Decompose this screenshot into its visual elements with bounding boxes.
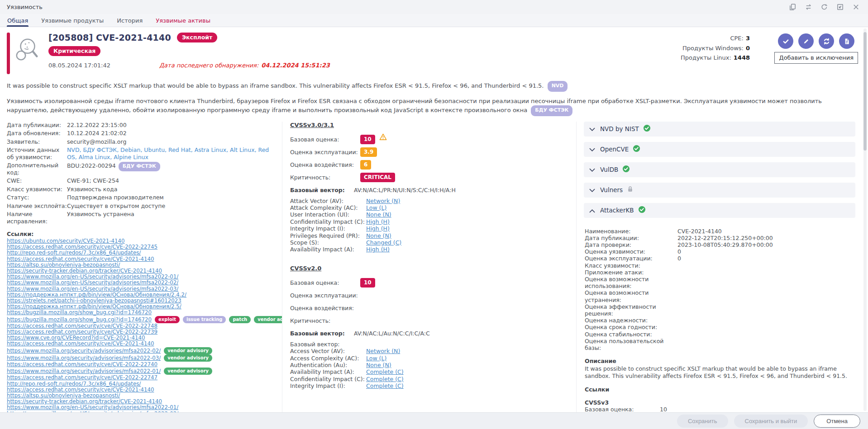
detail-value-text: 22.12.2022 23:15:00 [67,122,127,128]
reference-link[interactable]: https://www.mozilla.org/en-US/security/a… [7,404,178,410]
references-list: https://ubuntu.com/security/CVE-2021-414… [7,238,277,412]
reference-link[interactable]: http://repo.red-soft.ru/redos/7.3c/x86_6… [7,381,141,387]
source-panel-label: VulDB [600,166,618,173]
reference-link[interactable]: https://access.redhat.com/security/cve/C… [7,256,154,262]
reference-link[interactable]: https://ubuntu.com/security/CVE-2021-414… [7,238,125,244]
reference-link[interactable]: https://www.mozilla.org/en-US/security/a… [7,279,178,286]
detail-source-links[interactable]: NVD, БДУ ФСТЭК, Debian, Ubuntu, Red Hat,… [67,146,269,160]
cvss-score-row: Оценка эксплуатации: [290,289,576,302]
cvss2-section: CVSSv2.0Базовая оценка:10Оценка эксплуат… [290,265,576,390]
reference-link[interactable]: https://www.cve.org/CVERecord?id=CVE-202… [7,335,145,341]
nvd-source-badge: NVD [548,81,568,92]
created-datetime: 08.05.2024 17:01:42 [48,62,110,69]
tab-1[interactable]: Уязвимые продукты [41,14,104,27]
sync-icon [822,37,831,46]
reference-link[interactable]: https://www.mozilla.org/security/advisor… [7,355,161,361]
reference-link[interactable]: https://www.mozilla.org/en-US/security/a… [7,273,178,280]
cvss-metric-row: Confidentiality Impact (C):Complete (C) [290,376,576,382]
cvss-metric-value-link[interactable]: None (N) [366,232,391,239]
attackerkb-row: Оценка уязвимости:0 [585,248,855,255]
reference-link-row: https://www.mozilla.org/security/advisor… [7,354,277,362]
reference-link[interactable]: https://access.redhat.com/security/cve/C… [7,244,157,250]
detail-label: Наличие исправления: [7,211,67,225]
reference-link[interactable]: https://access.redhat.com/security/cve/C… [7,340,154,347]
stat-label: CPE: [730,35,744,42]
cvss-metric-value-link[interactable]: Changed (C) [366,239,401,246]
reference-link[interactable]: https://strelets.net/patchi-i-obnovleniy… [7,297,181,304]
reference-link[interactable]: https://security-tracker.debian.org/trac… [7,398,162,405]
reference-link[interactable]: https://www.mozilla.org/security/advisor… [7,348,161,354]
document-icon [843,38,851,45]
reference-link[interactable]: https://access.redhat.com/security/cve/C… [7,374,157,381]
reference-link-row: https://www.mozilla.org/security/advisor… [7,368,277,375]
cvss-metric-value-link[interactable]: Low (L) [366,204,386,211]
source-panel-nvd-by-nist[interactable]: NVD by NIST [584,122,855,137]
link-badge-issue-tracking: issue tracking [183,316,226,323]
cvss-metric-value-link[interactable]: High (H) [366,246,390,253]
cvss-metric-value-link[interactable]: Complete (C) [366,376,404,382]
cvss-metric-value-link[interactable]: None (N) [366,362,391,368]
cvss-metric-value-link[interactable]: High (H) [366,218,390,225]
cvss-metric-value-link[interactable]: High (H) [366,225,390,232]
approve-button[interactable] [778,33,793,49]
cvss-metric-value-link[interactable]: Complete (C) [366,368,404,375]
cancel-button[interactable]: Отмена [814,415,860,428]
reference-link[interactable]: https://access.redhat.com/security/cve/C… [7,323,157,329]
source-panel-vuldb[interactable]: VulDB [584,162,855,177]
source-panel-attackerkb[interactable]: AttackerKB [584,203,855,218]
external-sources-column: NVD by NISTOpenCVEVulDBVulnersAttackerKB… [576,122,861,413]
scrollbar-thumb[interactable] [863,32,867,151]
cvss-metric-value-link[interactable]: Low (L) [366,355,386,362]
scrollbar-track[interactable] [863,28,867,411]
edit-button[interactable] [798,33,814,49]
detail-value-text: security@mozilla.org [67,138,126,145]
reference-link[interactable]: https://altsp.su/obnovleniya-bezopasnost… [7,262,120,268]
reference-link[interactable]: https://security-tracker.debian.org/trac… [7,268,162,274]
detail-value: 10.12.2024 21:02:02 [67,130,277,137]
reference-link[interactable]: https://access.redhat.com/security/cve/C… [7,387,154,393]
cvss-metric-value-link[interactable]: Network (N) [366,198,400,204]
save-button[interactable]: Сохранить [677,415,728,428]
detail-value: Существует в открытом доступе [67,203,277,210]
reference-link[interactable]: https://www.mozilla.org/en-US/security/a… [7,286,178,292]
cvss-metric-row: Attack Vector (AV):Network (N) [290,198,576,204]
restore-window-icon[interactable] [836,3,844,11]
reference-link[interactable]: https://access.redhat.com/security/cve/C… [7,329,157,335]
tab-3[interactable]: Уязвимые активы [155,14,211,27]
last-detection-label: Дата последнего обнаружения: [159,62,258,69]
tab-2[interactable]: История [116,14,143,27]
tab-0[interactable]: Общая [7,14,29,27]
reference-link[interactable]: https://www.mozilla.org/security/advisor… [7,368,161,374]
reference-link[interactable]: https://bugzilla.mozilla.org/show_bug.cg… [7,316,152,323]
content-area: [205808] CVE-2021-4140 Эксплойт Критичес… [0,27,868,412]
tab-label: История [117,17,143,24]
cvss-metric-value-link[interactable]: Complete (C) [366,382,404,389]
reference-link[interactable]: https://bugzilla.mozilla.org/show_bug.cg… [7,309,152,316]
cvss-score-row: Оценка воздействия:6 [290,159,576,171]
cvss-metric-value-link[interactable]: None (N) [366,211,391,218]
report-button[interactable] [839,33,854,49]
reference-link[interactable]: https://access.redhat.com/security/cve/C… [7,361,157,368]
cvss-metric-value-link[interactable]: Network (N) [366,348,400,354]
reference-link[interactable]: https://поддержка.нппкт.рф/bin/view/ОСно… [7,303,181,310]
close-icon[interactable] [852,3,860,11]
reference-link[interactable]: http://repo.red-soft.ru/redos/7.3c/x86_6… [7,250,141,256]
source-panel-vulners[interactable]: Vulners [584,183,855,198]
attackerkb-row: Дата проверки:2023-10-08T05:40:29.870+00… [585,241,855,248]
sync-button[interactable] [819,33,834,49]
product-stats: CPE:3Продукты Windows:0Продукты Linux:14… [681,33,750,63]
cvss-column: CVSSv3.0/3.1Базовая оценка:10Оценка эксп… [282,122,576,413]
refresh-icon[interactable] [820,3,828,11]
attackerkb-row-label: Класс уязвимости: [585,262,677,269]
cvss-metric-row: Integrity Impact (I):Complete (C) [290,382,576,389]
reference-link[interactable]: https://altsp.su/obnovleniya-bezopasnost… [7,392,120,399]
reference-link[interactable]: https://поддержка.нппкт.рф/bin/view/ОСно… [7,292,186,298]
stat-label: Продукты Linux: [681,54,731,61]
header-main: [205808] CVE-2021-4140 Эксплойт Критичес… [48,33,330,69]
save-and-exit-button[interactable]: Сохранить и выйти [734,415,808,428]
copy-icon[interactable] [789,3,796,11]
cvss-score-label: Критичность: [290,174,360,181]
attackerkb-cvss3-value: 10 [660,406,667,412]
layout-swap-icon[interactable] [805,3,812,11]
source-panel-opencve[interactable]: OpenCVE [584,142,855,157]
